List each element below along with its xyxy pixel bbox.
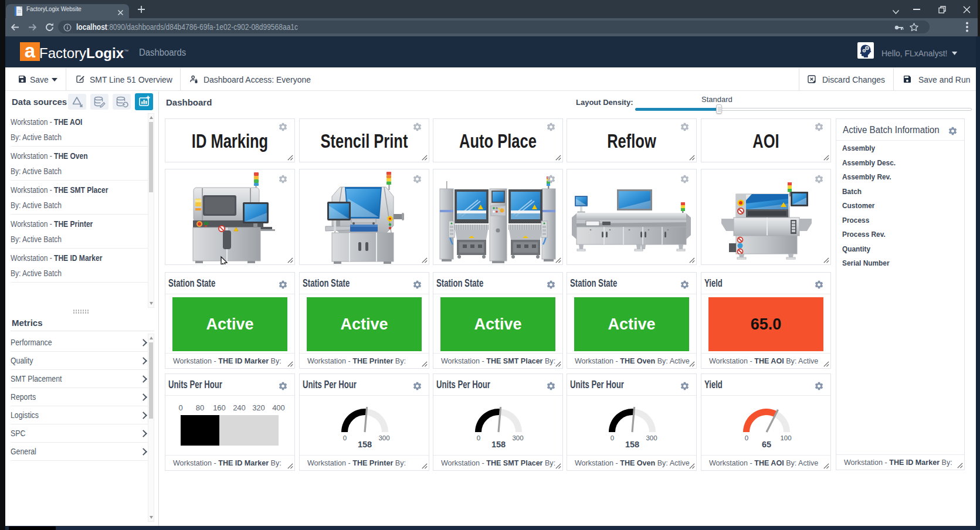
svg-text:400: 400 xyxy=(272,403,285,412)
svg-text:80: 80 xyxy=(196,403,204,412)
svg-text:158: 158 xyxy=(491,440,506,449)
svg-text:300: 300 xyxy=(512,434,523,441)
svg-text:0: 0 xyxy=(477,434,480,441)
svg-text:300: 300 xyxy=(646,434,657,441)
svg-text:0: 0 xyxy=(178,403,182,412)
svg-text:300: 300 xyxy=(378,434,389,441)
svg-text:160: 160 xyxy=(213,403,226,412)
svg-text:0: 0 xyxy=(611,434,614,441)
svg-text:0: 0 xyxy=(343,434,347,441)
svg-text:100: 100 xyxy=(780,434,791,441)
svg-text:158: 158 xyxy=(358,440,372,449)
svg-text:240: 240 xyxy=(233,403,246,412)
svg-text:65: 65 xyxy=(762,440,771,449)
svg-text:158: 158 xyxy=(625,440,639,449)
svg-text:320: 320 xyxy=(252,403,265,412)
svg-text:0: 0 xyxy=(745,434,748,441)
